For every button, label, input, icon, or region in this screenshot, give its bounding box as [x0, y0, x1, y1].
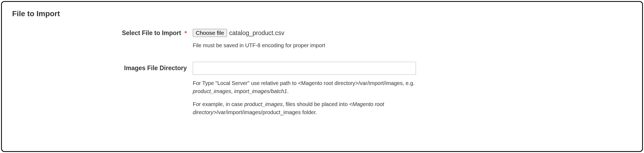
- images-dir-input[interactable]: [193, 62, 416, 75]
- note1-end: .: [287, 88, 289, 94]
- chosen-file-name: catalog_product.csv: [229, 29, 284, 37]
- note1-em1: product_images: [193, 88, 231, 94]
- required-asterisk: *: [184, 30, 187, 37]
- images-dir-label: Images File Directory: [124, 64, 187, 72]
- images-dir-note: For Type "Local Server" use relative pat…: [193, 79, 416, 116]
- images-dir-input-col: For Type "Local Server" use relative pat…: [190, 62, 632, 116]
- panel-title: File to Import: [12, 9, 632, 18]
- file-chooser: Choose file catalog_product.csv: [193, 29, 632, 37]
- note2-pre: For example, in case: [193, 101, 244, 107]
- select-file-row: Select File to Import * Choose file cata…: [12, 29, 632, 49]
- images-dir-row: Images File Directory For Type "Local Se…: [12, 62, 632, 116]
- note1-pre: For Type "Local Server" use relative pat…: [193, 80, 415, 86]
- note2-mid: , files should be placed into: [283, 101, 349, 107]
- note2-end: /var/import/images/product_images folder…: [216, 109, 317, 115]
- images-dir-label-col: Images File Directory: [12, 62, 190, 72]
- note2-em1: product_images: [244, 101, 283, 107]
- select-file-label: Select File to Import: [122, 29, 181, 36]
- select-file-input-col: Choose file catalog_product.csv File mus…: [190, 29, 632, 49]
- file-to-import-panel: File to Import Select File to Import * C…: [1, 1, 643, 152]
- select-file-note: File must be saved in UTF-8 encoding for…: [193, 41, 416, 49]
- note1-mid: ,: [231, 88, 234, 94]
- note1-em2: import_images/batch1: [234, 88, 287, 94]
- select-file-label-col: Select File to Import *: [12, 29, 190, 37]
- choose-file-button[interactable]: Choose file: [193, 29, 227, 37]
